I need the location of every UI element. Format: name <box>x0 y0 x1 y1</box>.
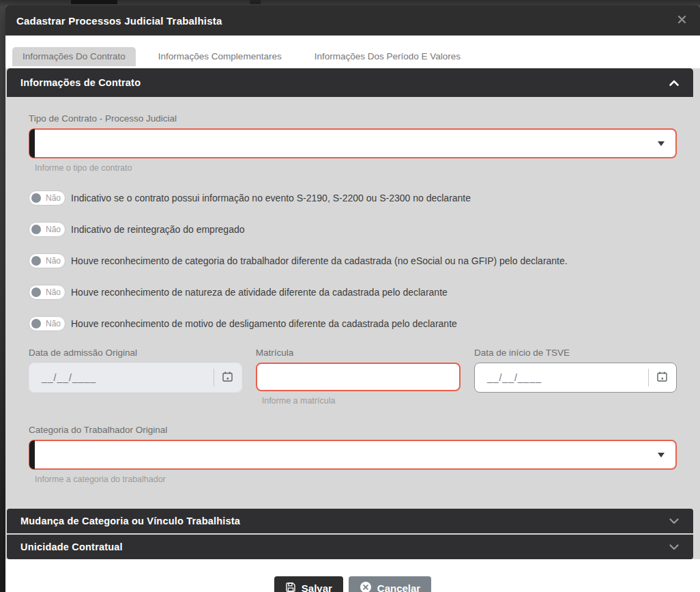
modal-footer: Salvar Cancelar <box>5 559 700 592</box>
data-admissao-label: Data de admissão Original <box>29 348 242 358</box>
chevron-down-icon <box>658 453 665 457</box>
toggle-label: Houve reconhecimento de natureza de ativ… <box>71 287 448 298</box>
section-header-mudanca-categoria[interactable]: Mudança de Categoria ou Vínculo Trabalhi… <box>7 509 693 533</box>
chevron-up-icon <box>669 79 680 87</box>
tab-informacoes-complementares[interactable]: Informações Complementares <box>148 47 292 66</box>
categoria-group: Categoria do Trabalhador Original Inform… <box>29 425 677 484</box>
toggle-value: Não <box>46 287 61 297</box>
save-button-label: Salvar <box>302 582 332 592</box>
toggle-value: Não <box>46 256 61 266</box>
section-title: Unicidade Contratual <box>20 541 123 552</box>
toggle-row-natureza-atividade: Não Houve reconhecimento de natureza de … <box>29 285 677 300</box>
data-admissao-group: Data de admissão Original __/__/____ <box>29 348 242 406</box>
cancel-circle-x-icon <box>360 581 372 592</box>
toggle-row-motivo-desligamento: Não Houve reconhecimento de motivo de de… <box>29 316 677 331</box>
calendar-icon <box>656 371 668 384</box>
field-row: Data de admissão Original __/__/____ <box>29 348 677 406</box>
toggle-row-reintegracao: Não Indicativo de reintegração do empreg… <box>29 222 677 237</box>
select-left-bar <box>29 440 35 469</box>
toggle-knob-icon <box>31 287 41 297</box>
toggle-label: Houve reconhecimento de motivo de deslig… <box>71 318 457 329</box>
tab-bar: Informações Do Contrato Informações Comp… <box>5 36 700 66</box>
toggle-value: Não <box>46 193 61 203</box>
toggle-knob-icon <box>31 256 41 266</box>
toggle-motivo-desligamento[interactable]: Não <box>29 316 65 331</box>
save-floppy-icon <box>285 582 296 592</box>
date-mask-placeholder: __/__/____ <box>42 372 96 383</box>
toggle-reintegracao[interactable]: Não <box>29 222 65 237</box>
toggle-list: Não Indicativo se o contrato possui info… <box>29 191 677 331</box>
tipo-contrato-group: Tipo de Contrato - Processo Judicial Inf… <box>29 113 677 173</box>
data-inicio-tsve-field[interactable]: __/__/____ <box>474 363 677 393</box>
categoria-label: Categoria do Trabalhador Original <box>29 425 677 435</box>
modal-cadastrar-processos: Cadastrar Processos Judicial Trabalhista… <box>5 5 700 592</box>
data-inicio-tsve-group: Data de início de TSVE __/__/____ <box>474 348 677 406</box>
data-admissao-field: __/__/____ <box>29 363 242 393</box>
section-title: Informações de Contrato <box>20 77 141 88</box>
cancel-button-label: Cancelar <box>377 582 420 592</box>
toggle-knob-icon <box>31 319 41 328</box>
tipo-contrato-label: Tipo de Contrato - Processo Judicial <box>29 113 677 124</box>
toggle-row-categoria-diferente: Não Houve reconhecimento de categoria do… <box>29 253 677 268</box>
data-inicio-tsve-label: Data de início de TSVE <box>474 348 677 358</box>
toggle-natureza-atividade[interactable]: Não <box>29 285 65 300</box>
toggle-value: Não <box>46 225 61 234</box>
section-header-informacoes-de-contrato[interactable]: Informações de Contrato <box>7 68 693 97</box>
modal-title: Cadastrar Processos Judicial Trabalhista <box>16 15 222 27</box>
toggle-knob-icon <box>31 225 41 234</box>
toggle-label: Indicativo de reintegração do empregado <box>71 224 245 235</box>
dimmed-background-content <box>71 0 117 4</box>
modal-header: Cadastrar Processos Judicial Trabalhista <box>5 5 700 36</box>
close-icon <box>677 14 687 27</box>
section-header-unicidade-contratual[interactable]: Unicidade Contratual <box>7 535 693 559</box>
toggle-categoria-diferente[interactable]: Não <box>29 253 65 268</box>
tab-informacoes-dos-periodo-e-valores[interactable]: Informações Dos Período E Valores <box>304 47 471 66</box>
close-button[interactable] <box>674 13 689 28</box>
categoria-select[interactable] <box>29 440 677 470</box>
matricula-label: Matrícula <box>256 348 461 358</box>
date-right <box>214 363 242 392</box>
chevron-down-icon <box>669 518 680 525</box>
toggle-knob-icon <box>31 193 41 203</box>
toggle-value: Não <box>46 319 61 328</box>
date-right <box>648 363 676 392</box>
tipo-contrato-helper: Informe o tipo de contrato <box>35 163 677 173</box>
matricula-helper: Informe a matrícula <box>262 396 461 406</box>
tab-informacoes-do-contrato[interactable]: Informações Do Contrato <box>12 47 136 66</box>
matricula-group: Matrícula Informe a matrícula <box>256 348 461 406</box>
chevron-down-icon <box>669 544 680 551</box>
toggle-indicativo-evento[interactable]: Não <box>29 191 65 206</box>
dimmed-background-content <box>250 0 261 4</box>
chevron-down-icon <box>658 141 665 146</box>
calendar-icon <box>222 371 233 384</box>
save-button[interactable]: Salvar <box>274 576 343 592</box>
calendar-button[interactable] <box>649 371 676 384</box>
calendar-button[interactable] <box>214 371 242 384</box>
cancel-button[interactable]: Cancelar <box>349 576 431 592</box>
matricula-input[interactable] <box>256 363 461 391</box>
section-content-informacoes-de-contrato: Tipo de Contrato - Processo Judicial Inf… <box>5 97 700 501</box>
toggle-label: Houve reconhecimento de categoria do tra… <box>71 255 568 266</box>
accordion-group: Informações de Contrato Tipo de Contrato… <box>5 68 700 559</box>
tipo-contrato-select[interactable] <box>29 128 677 158</box>
date-mask-placeholder: __/__/____ <box>487 372 542 383</box>
categoria-helper: Informe a categoria do trabalhador <box>35 475 677 484</box>
select-left-bar <box>29 129 35 158</box>
toggle-row-indicativo-evento: Não Indicativo se o contrato possui info… <box>29 191 677 206</box>
toggle-label: Indicativo se o contrato possui informaç… <box>71 193 471 203</box>
section-title: Mudança de Categoria ou Vínculo Trabalhi… <box>20 516 240 526</box>
